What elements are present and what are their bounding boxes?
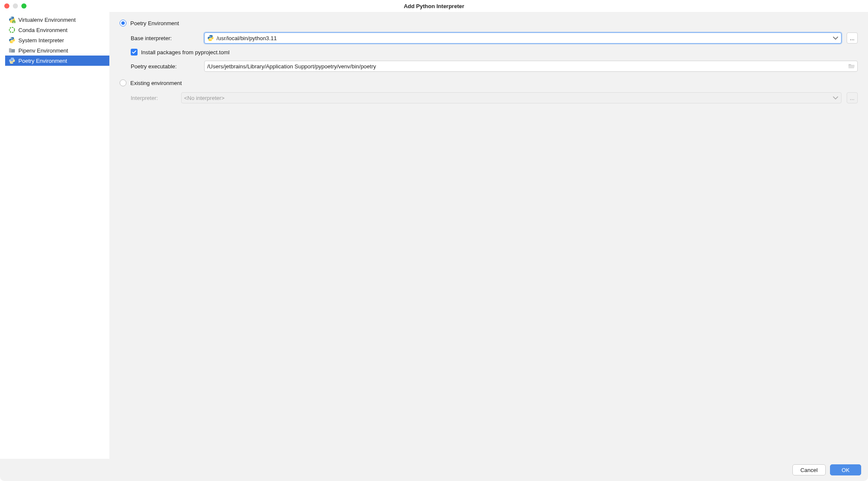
chevron-down-icon bbox=[833, 35, 839, 41]
new-environment-radio-row[interactable]: Poetry Environment bbox=[120, 20, 858, 26]
python-icon bbox=[9, 57, 15, 64]
sidebar-item-label: Conda Environment bbox=[18, 27, 67, 33]
install-packages-checkbox[interactable] bbox=[131, 49, 138, 56]
sidebar-item-poetry[interactable]: Poetry Environment bbox=[5, 56, 109, 66]
base-interpreter-label: Base interpreter: bbox=[131, 35, 199, 41]
base-interpreter-value: /usr/local/bin/python3.11 bbox=[217, 35, 830, 41]
window-title: Add Python Interpreter bbox=[404, 3, 464, 9]
poetry-executable-label: Poetry executable: bbox=[131, 63, 199, 70]
interpreter-type-sidebar: V Virtualenv Environment Conda Environme… bbox=[0, 12, 109, 459]
existing-interpreter-label: Interpreter: bbox=[131, 95, 176, 101]
python-icon bbox=[207, 35, 214, 41]
base-interpreter-combo[interactable]: /usr/local/bin/python3.11 bbox=[204, 32, 842, 44]
interpreter-settings-panel: Poetry Environment Base interpreter: /us… bbox=[109, 12, 868, 459]
zoom-window-button[interactable] bbox=[21, 3, 26, 9]
chevron-down-icon bbox=[833, 95, 839, 101]
radio-existing-environment[interactable] bbox=[120, 79, 126, 86]
sidebar-item-conda[interactable]: Conda Environment bbox=[5, 25, 109, 35]
close-window-button[interactable] bbox=[4, 3, 9, 9]
sidebar-item-label: Poetry Environment bbox=[18, 58, 67, 64]
window-controls bbox=[4, 3, 26, 9]
sidebar-item-pipenv[interactable]: Pipenv Environment bbox=[5, 45, 109, 56]
folder-open-icon[interactable] bbox=[848, 63, 855, 70]
existing-interpreter-combo: <No interpreter> bbox=[181, 92, 842, 103]
install-packages-checkbox-row[interactable]: Install packages from pyproject.toml bbox=[131, 49, 858, 56]
radio-new-environment[interactable] bbox=[120, 20, 126, 26]
sidebar-item-virtualenv[interactable]: V Virtualenv Environment bbox=[5, 15, 109, 25]
poetry-executable-value: /Users/jetbrains/Library/Application Sup… bbox=[207, 63, 845, 70]
svg-text:V: V bbox=[13, 21, 15, 23]
python-v-icon: V bbox=[9, 16, 15, 23]
radio-new-environment-label: Poetry Environment bbox=[130, 20, 179, 26]
pipenv-icon bbox=[9, 47, 15, 54]
conda-icon bbox=[9, 26, 15, 33]
sidebar-item-label: System Interpreter bbox=[18, 37, 64, 44]
sidebar-item-system[interactable]: System Interpreter bbox=[5, 35, 109, 45]
radio-existing-environment-label: Existing environment bbox=[130, 80, 182, 86]
cancel-button[interactable]: Cancel bbox=[792, 464, 826, 475]
existing-environment-radio-row[interactable]: Existing environment bbox=[120, 79, 858, 86]
dialog-footer: Cancel OK bbox=[0, 459, 868, 481]
svg-point-2 bbox=[9, 27, 15, 32]
sidebar-item-label: Pipenv Environment bbox=[18, 47, 68, 54]
python-icon bbox=[9, 37, 15, 44]
install-packages-label: Install packages from pyproject.toml bbox=[141, 49, 229, 56]
titlebar: Add Python Interpreter bbox=[0, 0, 868, 12]
poetry-executable-field[interactable]: /Users/jetbrains/Library/Application Sup… bbox=[204, 61, 858, 72]
sidebar-item-label: Virtualenv Environment bbox=[18, 17, 76, 23]
base-interpreter-browse-button[interactable]: ... bbox=[847, 32, 858, 44]
existing-interpreter-browse-button: ... bbox=[847, 92, 858, 103]
existing-interpreter-placeholder: <No interpreter> bbox=[184, 95, 830, 101]
minimize-window-button[interactable] bbox=[13, 3, 18, 9]
ok-button[interactable]: OK bbox=[830, 464, 861, 475]
